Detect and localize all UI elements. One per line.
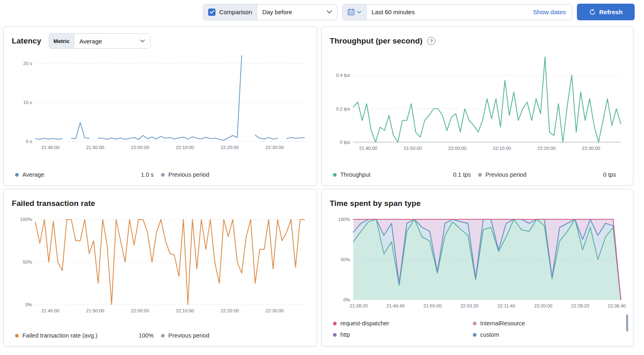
- date-picker: Last 60 minutes Show dates: [342, 4, 572, 20]
- svg-text:21:50:00: 21:50:00: [86, 145, 104, 150]
- legend-dot: [161, 334, 165, 338]
- toolbar: Comparison Day before Last 60 minutes Sh…: [0, 0, 644, 22]
- svg-text:22:10:00: 22:10:00: [176, 308, 194, 313]
- legend-value: 0 tps: [603, 171, 623, 178]
- legend-value: 0.1 tps: [453, 171, 478, 178]
- legend-item-previous-period[interactable]: Previous period: [161, 171, 307, 178]
- legend-item-average[interactable]: Average 1.0 s: [15, 171, 161, 178]
- svg-text:21:40:00: 21:40:00: [359, 146, 377, 151]
- metric-select-value: Average: [79, 38, 102, 45]
- svg-text:21:40:00: 21:40:00: [41, 145, 59, 150]
- svg-text:10 s: 10 s: [23, 100, 32, 105]
- svg-text:21:50:00: 21:50:00: [86, 308, 104, 313]
- legend-label: Throughput: [340, 171, 370, 178]
- legend-item-previous-period[interactable]: Previous period: [161, 332, 307, 339]
- failed-rate-legend: Failed transaction rate (avg.) 100% Prev…: [12, 332, 309, 339]
- svg-text:22:10:00: 22:10:00: [176, 145, 194, 150]
- svg-text:0 s: 0 s: [26, 139, 33, 144]
- svg-text:22:20:00: 22:20:00: [537, 146, 556, 151]
- svg-text:0 tps: 0 tps: [340, 140, 350, 145]
- legend-label: custom: [480, 331, 499, 338]
- chevron-down-icon: [140, 39, 145, 43]
- help-icon[interactable]: ?: [427, 37, 435, 45]
- legend-label: Previous period: [168, 332, 209, 339]
- legend-label: Average: [22, 171, 44, 178]
- comparison-select-value: Day before: [262, 9, 292, 15]
- failed-rate-chart[interactable]: 100%50%0%21:40:0021:50:0022:00:0022:10:0…: [12, 213, 309, 315]
- refresh-button[interactable]: Refresh: [577, 4, 635, 20]
- legend-dot: [15, 334, 19, 338]
- date-quick-select-button[interactable]: [343, 4, 367, 20]
- legend-label: InternalResource: [480, 320, 525, 327]
- legend-dot: [15, 173, 19, 177]
- legend-item-request-dispatcher[interactable]: request-dispatcher: [333, 320, 473, 327]
- svg-text:0%: 0%: [343, 297, 350, 302]
- metric-select[interactable]: Average: [74, 34, 150, 48]
- legend-dot: [333, 322, 337, 325]
- svg-text:22:30:00: 22:30:00: [582, 146, 600, 151]
- legend-item-previous-period[interactable]: Previous period 0 tps: [478, 171, 623, 178]
- comparison-select[interactable]: Day before: [257, 4, 337, 20]
- failed-rate-panel: Failed transaction rate 100%50%0%21:40:0…: [3, 189, 317, 346]
- comparison-checkbox[interactable]: [208, 9, 215, 16]
- svg-text:22:00:00: 22:00:00: [131, 145, 149, 150]
- latency-title: Latency: [12, 37, 41, 45]
- legend-label: request-dispatcher: [340, 320, 389, 327]
- throughput-header: Throughput (per second) ?: [330, 33, 625, 49]
- svg-text:21:38:20: 21:38:20: [350, 303, 368, 308]
- svg-text:22:30:00: 22:30:00: [265, 145, 284, 150]
- svg-text:22:20:00: 22:20:00: [221, 145, 239, 150]
- legend-label: http: [340, 331, 350, 338]
- show-dates-link[interactable]: Show dates: [527, 4, 572, 20]
- failed-rate-header: Failed transaction rate: [12, 196, 309, 211]
- span-type-header: Time spent by span type: [330, 196, 625, 211]
- legend-dot: [478, 173, 482, 177]
- dashboard-grid: Latency Metric Average 20 s10 s0 s21:40:…: [0, 22, 644, 350]
- failed-rate-title: Failed transaction rate: [12, 199, 95, 208]
- legend-label: Previous period: [168, 171, 209, 178]
- svg-text:22:30:00: 22:30:00: [265, 308, 284, 313]
- throughput-panel: Throughput (per second) ? 0.4 tps0.2 tps…: [321, 26, 633, 186]
- chevron-down-icon: [357, 11, 361, 14]
- comparison-control: Comparison Day before: [203, 4, 337, 20]
- latency-legend: Average 1.0 s Previous period: [12, 171, 309, 178]
- refresh-label: Refresh: [599, 9, 623, 16]
- calendar-icon: [348, 9, 355, 15]
- legend-dot: [333, 173, 337, 177]
- throughput-legend: Throughput 0.1 tps Previous period 0 tps: [330, 171, 625, 178]
- metric-control: Metric Average: [49, 33, 151, 49]
- svg-text:22:00:00: 22:00:00: [131, 308, 149, 313]
- throughput-chart[interactable]: 0.4 tps0.2 tps0 tps21:40:0021:50:0022:00…: [330, 50, 626, 153]
- time-range-button[interactable]: Last 60 minutes: [367, 4, 527, 20]
- svg-text:21:40:00: 21:40:00: [41, 308, 59, 313]
- span-type-title: Time spent by span type: [330, 199, 421, 208]
- svg-text:22:36:40: 22:36:40: [608, 303, 626, 308]
- svg-text:100%: 100%: [20, 217, 32, 222]
- legend-item-http[interactable]: http: [333, 331, 473, 338]
- comparison-label: Comparison: [219, 9, 252, 15]
- comparison-checkbox-group[interactable]: Comparison: [203, 4, 257, 20]
- legend-scrollbar[interactable]: [626, 314, 628, 331]
- svg-text:22:11:40: 22:11:40: [497, 303, 515, 308]
- latency-chart[interactable]: 20 s10 s0 s21:40:0021:50:0022:00:0022:10…: [12, 50, 309, 152]
- legend-label: Previous period: [485, 171, 527, 178]
- svg-text:0%: 0%: [25, 302, 32, 307]
- span-type-chart[interactable]: 100%50%0%21:38:2021:46:4021:55:0022:03:2…: [330, 213, 626, 310]
- svg-text:50%: 50%: [23, 260, 32, 264]
- span-type-panel: Time spent by span type 100%50%0%21:38:2…: [321, 189, 633, 346]
- legend-item-internal-resource[interactable]: InternalResource: [473, 320, 613, 327]
- svg-text:22:28:20: 22:28:20: [571, 303, 590, 308]
- chevron-down-icon: [326, 10, 332, 14]
- legend-item-failed-rate[interactable]: Failed transaction rate (avg.) 100%: [15, 332, 161, 339]
- svg-text:0.2 tps: 0.2 tps: [336, 106, 350, 111]
- legend-dot: [473, 322, 476, 325]
- metric-label: Metric: [49, 34, 75, 48]
- check-icon: [210, 10, 214, 14]
- svg-text:22:10:00: 22:10:00: [493, 146, 511, 151]
- legend-item-throughput[interactable]: Throughput 0.1 tps: [333, 171, 478, 178]
- svg-text:22:20:00: 22:20:00: [534, 303, 553, 308]
- legend-item-custom[interactable]: custom: [473, 331, 613, 338]
- svg-text:21:50:00: 21:50:00: [404, 146, 422, 151]
- svg-text:20 s: 20 s: [23, 61, 32, 66]
- legend-dot: [333, 333, 337, 337]
